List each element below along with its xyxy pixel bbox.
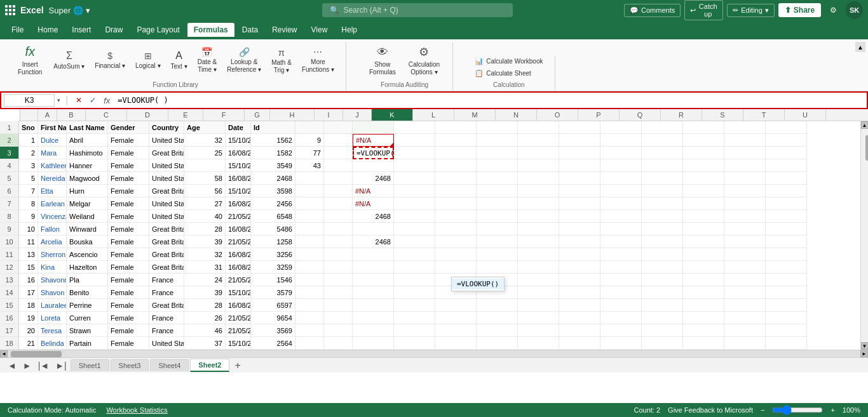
cell-E14[interactable]: France	[149, 286, 184, 299]
cell-Q10[interactable]	[600, 235, 642, 248]
cell-L16[interactable]	[394, 312, 435, 324]
row-num-1[interactable]: 1	[0, 121, 18, 134]
cell-U16[interactable]	[766, 312, 807, 324]
zoom-slider[interactable]	[772, 405, 823, 415]
cell-D16[interactable]: Female	[108, 312, 149, 324]
feedback-link[interactable]: Give Feedback to Microsoft	[668, 406, 753, 414]
cell-S5[interactable]	[683, 172, 724, 185]
cell-F1[interactable]: Age	[184, 121, 226, 134]
cell-E16[interactable]: France	[149, 312, 184, 324]
cell-U3[interactable]	[766, 147, 807, 159]
cell-A1[interactable]: Sno	[19, 121, 38, 134]
cell-C3[interactable]: Hashimoto	[67, 147, 108, 159]
cell-D15[interactable]: Female	[108, 299, 149, 312]
cell-M3[interactable]	[435, 147, 477, 159]
cell-P14[interactable]	[559, 286, 600, 299]
cell-B17[interactable]: Teresa	[38, 324, 67, 337]
autosum-button[interactable]: Σ AutoSum ▾	[50, 49, 88, 72]
cell-K3[interactable]: =VLOOKUP()	[353, 147, 394, 159]
cell-E17[interactable]: France	[149, 324, 184, 337]
cell-H5[interactable]: 2468	[251, 172, 295, 185]
cell-A14[interactable]: 17	[19, 286, 38, 299]
scroll-thumb[interactable]	[865, 135, 869, 161]
cell-A9[interactable]: 10	[19, 223, 38, 235]
row-num-9[interactable]: 9	[0, 223, 18, 235]
cell-B7[interactable]: Earlean	[38, 197, 67, 210]
cell-N17[interactable]	[477, 324, 518, 337]
cell-H9[interactable]: 5486	[251, 223, 295, 235]
cell-M11[interactable]	[435, 248, 477, 261]
cell-N3[interactable]	[477, 147, 518, 159]
cell-L12[interactable]	[394, 261, 435, 274]
cell-K12[interactable]	[353, 261, 394, 274]
cell-O13[interactable]	[518, 274, 559, 286]
cell-O10[interactable]	[518, 235, 559, 248]
col-header-I[interactable]: I	[315, 109, 343, 121]
cell-E18[interactable]: United Sta	[149, 337, 184, 350]
cell-D7[interactable]: Female	[108, 197, 149, 210]
cell-B9[interactable]: Fallon	[38, 223, 67, 235]
row-num-11[interactable]: 11	[0, 248, 18, 261]
row-num-15[interactable]: 15	[0, 299, 18, 312]
cell-C18[interactable]: Partain	[67, 337, 108, 350]
cell-I12[interactable]	[295, 261, 324, 274]
cell-I15[interactable]	[295, 299, 324, 312]
formula-input[interactable]: =VLOOKUP( )	[115, 95, 864, 106]
cell-Q2[interactable]	[600, 134, 642, 147]
cell-B2[interactable]: Dulce	[38, 134, 67, 147]
cell-M16[interactable]	[435, 312, 477, 324]
cell-N1[interactable]	[477, 121, 518, 134]
cell-E4[interactable]: United Sta	[149, 159, 184, 172]
cell-M7[interactable]	[435, 197, 477, 210]
cell-F4[interactable]	[184, 159, 226, 172]
col-header-D[interactable]: D	[127, 109, 168, 121]
cell-G1[interactable]: Date	[226, 121, 251, 134]
cell-A12[interactable]: 15	[19, 261, 38, 274]
calculation-options-button[interactable]: ⚙ CalculationOptions ▾	[403, 43, 445, 79]
row-num-13[interactable]: 13	[0, 274, 18, 286]
cell-M6[interactable]	[435, 185, 477, 197]
cell-J10[interactable]	[324, 235, 353, 248]
row-num-6[interactable]: 6	[0, 185, 18, 197]
calculate-sheet-button[interactable]: 📋 Calculate Sheet	[471, 68, 546, 79]
cell-P11[interactable]	[559, 248, 600, 261]
cell-D10[interactable]: Female	[108, 235, 149, 248]
cell-E6[interactable]: Great Brita	[149, 185, 184, 197]
cell-L8[interactable]	[394, 210, 435, 223]
cell-K6[interactable]: #N/A	[353, 185, 394, 197]
date-time-button[interactable]: 📅 Date &Time ▾	[194, 46, 221, 75]
cell-P13[interactable]	[559, 274, 600, 286]
cell-E1[interactable]: Country	[149, 121, 184, 134]
cell-H6[interactable]: 3598	[251, 185, 295, 197]
tab-last-button[interactable]: ►|	[53, 359, 69, 372]
cell-O16[interactable]	[518, 312, 559, 324]
cell-A17[interactable]: 20	[19, 324, 38, 337]
cell-S17[interactable]	[683, 324, 724, 337]
cell-U9[interactable]	[766, 223, 807, 235]
row-num-4[interactable]: 4	[0, 159, 18, 172]
cell-P12[interactable]	[559, 261, 600, 274]
cell-C5[interactable]: Magwood	[67, 172, 108, 185]
cell-F16[interactable]: 26	[184, 312, 226, 324]
cell-P3[interactable]	[559, 147, 600, 159]
sheet-tab-sheet1[interactable]: Sheet1	[71, 359, 109, 371]
row-num-2[interactable]: 2	[0, 134, 18, 147]
row-num-7[interactable]: 7	[0, 197, 18, 210]
cell-J1[interactable]	[324, 121, 353, 134]
cell-G2[interactable]: 15/10/201	[226, 134, 251, 147]
cell-T9[interactable]	[724, 223, 766, 235]
cell-H16[interactable]: 9654	[251, 312, 295, 324]
cell-S9[interactable]	[683, 223, 724, 235]
more-functions-button[interactable]: ⋯ MoreFunctions ▾	[298, 46, 338, 75]
cell-D11[interactable]: Female	[108, 248, 149, 261]
cell-Q1[interactable]	[600, 121, 642, 134]
cell-M2[interactable]	[435, 134, 477, 147]
cell-D1[interactable]: Gender	[108, 121, 149, 134]
cell-O4[interactable]	[518, 159, 559, 172]
confirm-formula-button[interactable]: ✓	[87, 96, 98, 105]
cell-U7[interactable]	[766, 197, 807, 210]
cell-P16[interactable]	[559, 312, 600, 324]
cell-M12[interactable]	[435, 261, 477, 274]
cell-Q4[interactable]	[600, 159, 642, 172]
row-num-12[interactable]: 12	[0, 261, 18, 274]
